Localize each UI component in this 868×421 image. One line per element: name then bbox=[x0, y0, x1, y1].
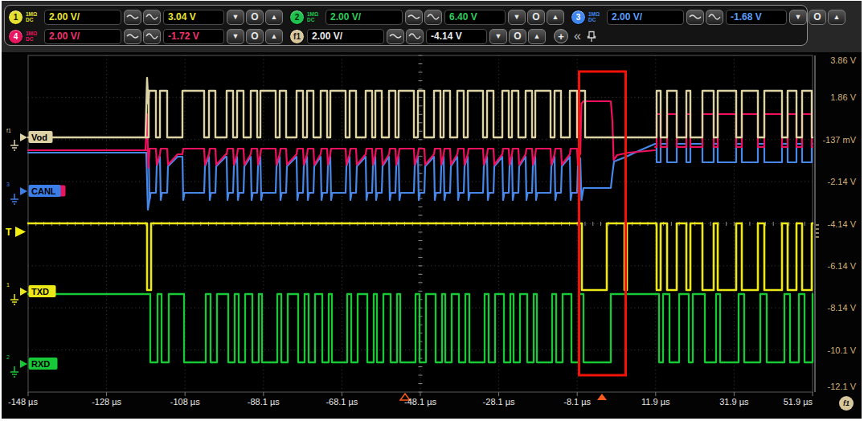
ground-marker-vod[interactable]: f1 bbox=[6, 128, 27, 150]
trigger-position-marker[interactable] bbox=[597, 394, 607, 400]
channel-number-tag: f1 bbox=[6, 128, 11, 133]
y-axis-label: -137 mV bbox=[822, 135, 856, 145]
channel-number-tag: 3 bbox=[6, 182, 10, 187]
trace-label-vod: Vod bbox=[31, 133, 47, 142]
x-axis-label: -108 µs bbox=[170, 397, 200, 407]
x-axis-label: -68.1 µs bbox=[326, 397, 358, 407]
x-axis-label: -48.1 µs bbox=[404, 397, 436, 407]
y-axis-label: -4.14 V bbox=[828, 219, 857, 229]
x-axis-label: -148 µs bbox=[8, 397, 38, 407]
y-axis-label: 1.86 V bbox=[830, 92, 856, 102]
y-axis-label: -12.1 V bbox=[828, 382, 857, 391]
x-axis-label: -128 µs bbox=[92, 397, 121, 407]
x-axis-label: 51.9 µs bbox=[784, 397, 813, 407]
ground-marker-canl[interactable]: 3 bbox=[6, 182, 27, 204]
y-axis-label: -8.14 V bbox=[828, 303, 857, 313]
trigger-level-marker[interactable] bbox=[15, 227, 26, 237]
waveform-display: Vodf1CANL3TXD1RXD2T 3.86 V1.86 V-137 mV-… bbox=[2, 1, 862, 419]
trace-label-rxd: RXD bbox=[31, 359, 50, 369]
y-axis-label: -6.14 V bbox=[828, 261, 857, 271]
oscilloscope-window: 11MΩDC2.00 V/3.04 V▼O▲21MΩDC2.00 V/6.40 … bbox=[2, 1, 862, 419]
y-axis-label: -10.1 V bbox=[828, 345, 857, 355]
x-axis-label: -28.1 µs bbox=[483, 397, 515, 407]
x-axis-label: 31.9 µs bbox=[719, 397, 749, 407]
trace-label-canl: CANL bbox=[31, 186, 56, 196]
offset-arrow-icon bbox=[20, 187, 27, 195]
offset-arrow-icon bbox=[20, 288, 27, 296]
ground-marker-rxd[interactable]: 2 bbox=[6, 354, 27, 377]
channel-number-tag: 2 bbox=[6, 354, 10, 360]
y-axis-label: -2.14 V bbox=[828, 177, 857, 186]
trace-label-txd: TXD bbox=[31, 287, 49, 296]
offset-arrow-icon bbox=[20, 360, 27, 368]
offset-arrow-icon bbox=[20, 133, 27, 141]
x-axis-label: -8.1 µs bbox=[563, 397, 591, 407]
ground-marker-txd[interactable]: 1 bbox=[6, 282, 27, 305]
x-axis-label: -88.1 µs bbox=[248, 397, 280, 407]
f1-scale-badge[interactable]: f1 bbox=[839, 396, 854, 411]
x-axis-label: 11.9 µs bbox=[641, 397, 670, 407]
trigger-level-label[interactable]: T bbox=[6, 227, 12, 238]
y-axis-label: 3.86 V bbox=[830, 55, 856, 65]
channel-number-tag: 1 bbox=[6, 282, 10, 288]
